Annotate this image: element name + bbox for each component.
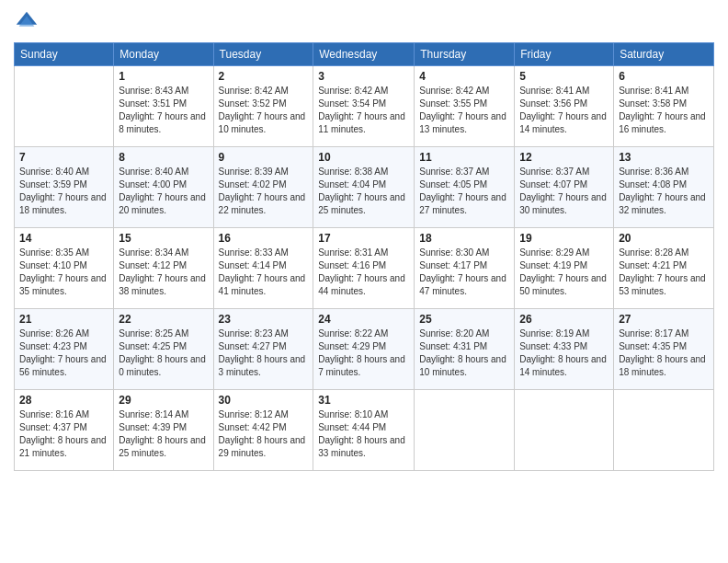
weekday-header-sunday: Sunday (15, 43, 114, 66)
day-number: 24 (318, 313, 409, 326)
day-number: 20 (619, 232, 709, 245)
weekday-header-row: SundayMondayTuesdayWednesdayThursdayFrid… (15, 43, 714, 66)
calendar-cell: 28Sunrise: 8:16 AMSunset: 4:37 PMDayligh… (15, 390, 114, 471)
day-info: Sunrise: 8:34 AMSunset: 4:12 PMDaylight:… (119, 247, 208, 298)
calendar-cell: 20Sunrise: 8:28 AMSunset: 4:21 PMDayligh… (614, 228, 714, 309)
calendar-cell: 19Sunrise: 8:29 AMSunset: 4:19 PMDayligh… (515, 228, 614, 309)
calendar-cell: 23Sunrise: 8:23 AMSunset: 4:27 PMDayligh… (213, 309, 313, 390)
calendar-cell: 27Sunrise: 8:17 AMSunset: 4:35 PMDayligh… (614, 309, 714, 390)
calendar-cell: 29Sunrise: 8:14 AMSunset: 4:39 PMDayligh… (114, 390, 213, 471)
calendar-cell (614, 390, 714, 471)
calendar-cell (515, 390, 614, 471)
day-info: Sunrise: 8:23 AMSunset: 4:27 PMDaylight:… (219, 327, 309, 379)
day-number: 12 (519, 151, 609, 164)
calendar-cell: 26Sunrise: 8:19 AMSunset: 4:33 PMDayligh… (515, 309, 614, 390)
calendar-cell: 15Sunrise: 8:34 AMSunset: 4:12 PMDayligh… (114, 228, 213, 309)
day-info: Sunrise: 8:37 AMSunset: 4:05 PMDaylight:… (419, 166, 509, 217)
calendar-cell: 16Sunrise: 8:33 AMSunset: 4:14 PMDayligh… (213, 228, 313, 309)
day-info: Sunrise: 8:10 AMSunset: 4:44 PMDaylight:… (318, 408, 409, 460)
day-number: 9 (219, 151, 309, 164)
week-row-2: 14Sunrise: 8:35 AMSunset: 4:10 PMDayligh… (15, 228, 714, 309)
calendar-cell: 22Sunrise: 8:25 AMSunset: 4:25 PMDayligh… (114, 309, 213, 390)
week-row-1: 7Sunrise: 8:40 AMSunset: 3:59 PMDaylight… (15, 147, 714, 228)
week-row-3: 21Sunrise: 8:26 AMSunset: 4:23 PMDayligh… (15, 309, 714, 390)
day-info: Sunrise: 8:16 AMSunset: 4:37 PMDaylight:… (19, 408, 108, 460)
calendar-cell: 11Sunrise: 8:37 AMSunset: 4:05 PMDayligh… (415, 147, 515, 228)
day-info: Sunrise: 8:39 AMSunset: 4:02 PMDaylight:… (219, 166, 309, 217)
day-number: 17 (318, 232, 409, 245)
day-number: 10 (318, 151, 409, 164)
day-number: 8 (119, 151, 208, 164)
day-info: Sunrise: 8:31 AMSunset: 4:16 PMDaylight:… (318, 247, 409, 298)
weekday-header-wednesday: Wednesday (313, 43, 415, 66)
day-number: 15 (119, 232, 208, 245)
day-info: Sunrise: 8:14 AMSunset: 4:39 PMDaylight:… (119, 408, 208, 460)
day-number: 7 (19, 151, 108, 164)
logo-icon (14, 9, 40, 35)
day-number: 2 (219, 70, 309, 83)
calendar-cell: 21Sunrise: 8:26 AMSunset: 4:23 PMDayligh… (15, 309, 114, 390)
day-number: 29 (119, 394, 208, 407)
calendar-cell: 3Sunrise: 8:42 AMSunset: 3:54 PMDaylight… (313, 66, 415, 147)
day-number: 22 (119, 313, 208, 326)
day-number: 1 (119, 70, 208, 83)
calendar-cell: 12Sunrise: 8:37 AMSunset: 4:07 PMDayligh… (515, 147, 614, 228)
day-info: Sunrise: 8:42 AMSunset: 3:55 PMDaylight:… (419, 85, 509, 136)
day-number: 3 (318, 70, 409, 83)
day-info: Sunrise: 8:42 AMSunset: 3:52 PMDaylight:… (219, 85, 309, 136)
calendar-cell: 8Sunrise: 8:40 AMSunset: 4:00 PMDaylight… (114, 147, 213, 228)
day-info: Sunrise: 8:41 AMSunset: 3:58 PMDaylight:… (619, 85, 709, 136)
day-info: Sunrise: 8:29 AMSunset: 4:19 PMDaylight:… (519, 247, 609, 298)
calendar-cell: 7Sunrise: 8:40 AMSunset: 3:59 PMDaylight… (15, 147, 114, 228)
day-number: 18 (419, 232, 509, 245)
day-number: 5 (519, 70, 609, 83)
day-number: 6 (619, 70, 709, 83)
calendar-cell: 10Sunrise: 8:38 AMSunset: 4:04 PMDayligh… (313, 147, 415, 228)
day-info: Sunrise: 8:17 AMSunset: 4:35 PMDaylight:… (619, 327, 709, 379)
header (14, 9, 714, 35)
day-number: 13 (619, 151, 709, 164)
day-info: Sunrise: 8:19 AMSunset: 4:33 PMDaylight:… (519, 327, 609, 379)
day-number: 16 (219, 232, 309, 245)
day-info: Sunrise: 8:35 AMSunset: 4:10 PMDaylight:… (19, 247, 108, 298)
day-number: 28 (19, 394, 108, 407)
day-info: Sunrise: 8:40 AMSunset: 4:00 PMDaylight:… (119, 166, 208, 217)
calendar-cell: 13Sunrise: 8:36 AMSunset: 4:08 PMDayligh… (614, 147, 714, 228)
calendar-cell: 30Sunrise: 8:12 AMSunset: 4:42 PMDayligh… (213, 390, 313, 471)
day-info: Sunrise: 8:26 AMSunset: 4:23 PMDaylight:… (19, 327, 108, 379)
day-number: 31 (318, 394, 409, 407)
weekday-header-tuesday: Tuesday (213, 43, 313, 66)
weekday-header-thursday: Thursday (415, 43, 515, 66)
day-number: 19 (519, 232, 609, 245)
day-info: Sunrise: 8:22 AMSunset: 4:29 PMDaylight:… (318, 327, 409, 379)
day-info: Sunrise: 8:30 AMSunset: 4:17 PMDaylight:… (419, 247, 509, 298)
day-info: Sunrise: 8:33 AMSunset: 4:14 PMDaylight:… (219, 247, 309, 298)
day-number: 30 (219, 394, 309, 407)
calendar-cell: 6Sunrise: 8:41 AMSunset: 3:58 PMDaylight… (614, 66, 714, 147)
calendar-cell: 25Sunrise: 8:20 AMSunset: 4:31 PMDayligh… (415, 309, 515, 390)
calendar-cell: 9Sunrise: 8:39 AMSunset: 4:02 PMDaylight… (213, 147, 313, 228)
logo (14, 9, 43, 35)
day-number: 23 (219, 313, 309, 326)
calendar-cell: 14Sunrise: 8:35 AMSunset: 4:10 PMDayligh… (15, 228, 114, 309)
day-info: Sunrise: 8:12 AMSunset: 4:42 PMDaylight:… (219, 408, 309, 460)
day-number: 26 (519, 313, 609, 326)
calendar-table: SundayMondayTuesdayWednesdayThursdayFrid… (14, 42, 714, 471)
day-info: Sunrise: 8:42 AMSunset: 3:54 PMDaylight:… (318, 85, 409, 136)
week-row-0: 1Sunrise: 8:43 AMSunset: 3:51 PMDaylight… (15, 66, 714, 147)
weekday-header-monday: Monday (114, 43, 213, 66)
calendar-cell: 2Sunrise: 8:42 AMSunset: 3:52 PMDaylight… (213, 66, 313, 147)
day-number: 25 (419, 313, 509, 326)
calendar-cell (415, 390, 515, 471)
day-info: Sunrise: 8:36 AMSunset: 4:08 PMDaylight:… (619, 166, 709, 217)
weekday-header-saturday: Saturday (614, 43, 714, 66)
day-info: Sunrise: 8:40 AMSunset: 3:59 PMDaylight:… (19, 166, 108, 217)
calendar-cell: 18Sunrise: 8:30 AMSunset: 4:17 PMDayligh… (415, 228, 515, 309)
day-info: Sunrise: 8:20 AMSunset: 4:31 PMDaylight:… (419, 327, 509, 379)
calendar-cell: 17Sunrise: 8:31 AMSunset: 4:16 PMDayligh… (313, 228, 415, 309)
day-info: Sunrise: 8:37 AMSunset: 4:07 PMDaylight:… (519, 166, 609, 217)
day-number: 21 (19, 313, 108, 326)
day-info: Sunrise: 8:25 AMSunset: 4:25 PMDaylight:… (119, 327, 208, 379)
calendar-cell: 4Sunrise: 8:42 AMSunset: 3:55 PMDaylight… (415, 66, 515, 147)
calendar-cell: 1Sunrise: 8:43 AMSunset: 3:51 PMDaylight… (114, 66, 213, 147)
